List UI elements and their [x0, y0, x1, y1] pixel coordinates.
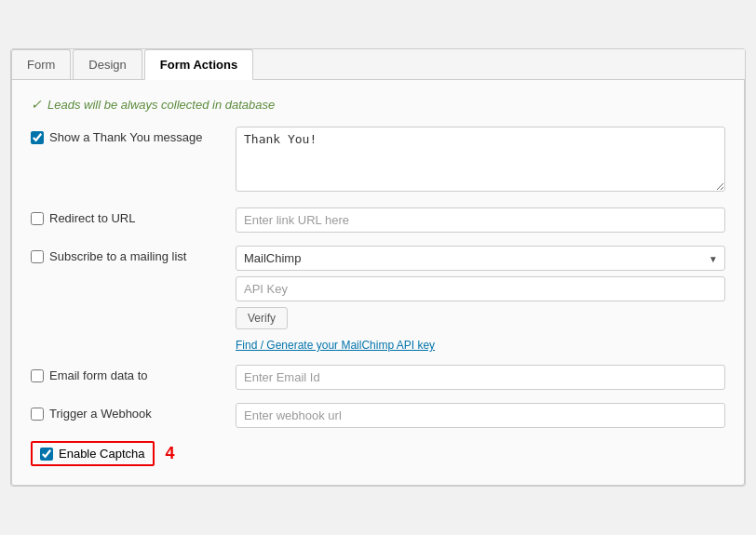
captcha-wrapper: Enable Captcha — [31, 441, 155, 466]
webhook-label-group: Trigger a Webhook — [31, 403, 236, 421]
tab-form[interactable]: Form — [11, 49, 71, 79]
mailchimp-link[interactable]: Find / Generate your MailChimp API key — [236, 339, 725, 352]
captcha-checkbox[interactable] — [40, 448, 53, 461]
mailing-list-label-group: Subscribe to a mailing list — [31, 246, 236, 263]
captcha-badge: 4 — [166, 444, 175, 463]
redirect-input[interactable] — [236, 207, 725, 233]
captcha-label: Enable Captcha — [59, 447, 145, 461]
redirect-checkbox[interactable] — [31, 212, 44, 225]
redirect-control — [236, 207, 725, 233]
tab-design[interactable]: Design — [73, 49, 142, 79]
email-control — [236, 365, 725, 390]
email-input[interactable] — [236, 365, 725, 390]
email-checkbox[interactable] — [31, 369, 44, 382]
webhook-input[interactable] — [236, 403, 725, 428]
webhook-control — [236, 403, 725, 428]
thank-you-label: Show a Thank You message — [49, 130, 203, 144]
thank-you-textarea[interactable]: Thank You! — [236, 127, 725, 192]
api-key-input[interactable] — [236, 276, 725, 301]
captcha-row: Enable Captcha 4 — [31, 441, 725, 466]
form-actions-content: ✓ Leads will be always collected in data… — [11, 80, 745, 486]
thank-you-checkbox[interactable] — [31, 131, 44, 144]
email-label: Email form data to — [49, 368, 148, 382]
webhook-row: Trigger a Webhook — [31, 403, 725, 428]
checkmark-icon: ✓ — [31, 97, 42, 112]
email-row: Email form data to — [31, 365, 725, 390]
redirect-label-group: Redirect to URL — [31, 207, 236, 225]
email-label-group: Email form data to — [31, 365, 236, 382]
mailchimp-select[interactable]: MailChimp AWeber Constant Contact GetRes… — [236, 246, 725, 271]
mailchimp-select-wrapper: MailChimp AWeber Constant Contact GetRes… — [236, 246, 725, 271]
mailing-list-label: Subscribe to a mailing list — [49, 249, 186, 263]
thank-you-label-group: Show a Thank You message — [31, 127, 236, 144]
mailing-list-control: MailChimp AWeber Constant Contact GetRes… — [236, 246, 725, 352]
redirect-label: Redirect to URL — [49, 211, 135, 225]
webhook-checkbox[interactable] — [31, 408, 44, 421]
main-container: Form Design Form Actions ✓ Leads will be… — [10, 48, 746, 487]
thank-you-row: Show a Thank You message Thank You! — [31, 127, 725, 194]
mailing-list-checkbox[interactable] — [31, 250, 44, 263]
mailing-list-row: Subscribe to a mailing list MailChimp AW… — [31, 246, 725, 352]
leads-notice: ✓ Leads will be always collected in data… — [31, 97, 725, 112]
redirect-row: Redirect to URL — [31, 207, 725, 233]
thank-you-control: Thank You! — [236, 127, 725, 194]
tab-bar: Form Design Form Actions — [11, 49, 745, 80]
verify-button[interactable]: Verify — [236, 307, 288, 329]
webhook-label: Trigger a Webhook — [49, 407, 152, 421]
leads-notice-text: Leads will be always collected in databa… — [47, 98, 275, 112]
tab-form-actions[interactable]: Form Actions — [144, 49, 253, 80]
